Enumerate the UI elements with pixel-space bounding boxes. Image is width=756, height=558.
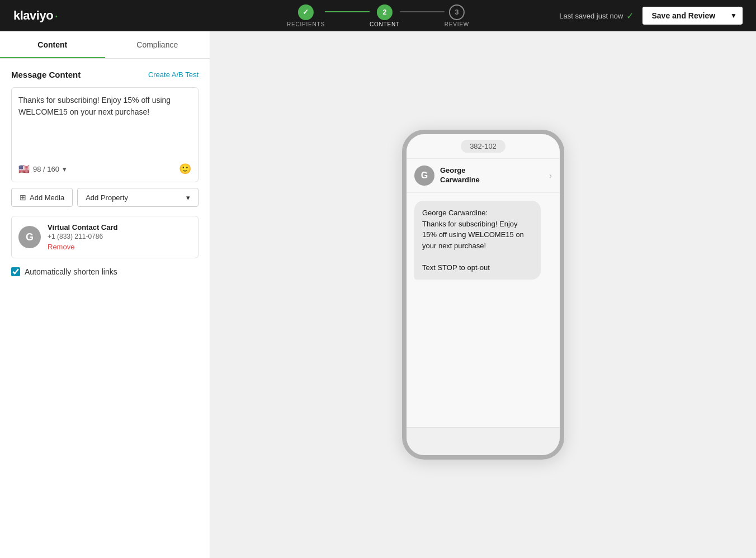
auto-shorten-label: Automatically shorten links [25,267,117,276]
phone-message-bubble: George Carwardine: Thanks for subscribin… [414,201,541,280]
contact-card-info: Virtual Contact Card +1 (833) 211-0786 R… [48,223,191,251]
step-recipients[interactable]: ✓ RECIPIENTS [287,4,325,27]
phone-top-bar: 382-102 [407,134,560,159]
left-panel: Content Compliance Message Content Creat… [0,31,210,558]
add-media-button[interactable]: ⊞ Add Media [11,188,73,207]
tab-compliance[interactable]: Compliance [105,31,210,58]
add-property-caret-icon: ▾ [186,193,190,202]
create-ab-link[interactable]: Create A/B Test [148,70,199,79]
add-media-label: Add Media [30,193,64,202]
stepper: ✓ RECIPIENTS 2 CONTENT 3 REVIEW [287,4,469,27]
logo: klaviyo· [13,7,59,25]
section-title: Message Content [11,70,81,79]
last-saved-label: Last saved just now [559,12,623,20]
main-layout: Content Compliance Message Content Creat… [0,31,756,558]
connector-1-2 [325,11,370,12]
phone-contact-name: George Carwardine [440,166,480,185]
save-review-label: Save and Review [642,7,724,25]
char-count: 🇺🇸 98 / 160 ▾ [18,164,67,174]
auto-shorten-row: Automatically shorten links [11,267,199,276]
contact-card-avatar: G [18,226,41,248]
contact-card: G Virtual Contact Card +1 (833) 211-0786… [11,216,199,258]
phone-contact-info: G George Carwardine [414,165,480,186]
char-count-value: 98 / 160 [33,165,59,173]
connector-2-3 [400,11,445,12]
action-buttons: ⊞ Add Media Add Property ▾ [11,188,199,207]
phone-bottom-bar [407,427,560,455]
logo-text: klaviyo [13,8,53,23]
step-1-circle: ✓ [298,4,314,20]
auto-shorten-checkbox[interactable] [11,267,20,276]
step-2-label: CONTENT [370,21,400,27]
right-panel: 382-102 G George Carwardine › George Car… [210,31,756,558]
step-1-label: RECIPIENTS [287,21,325,27]
save-review-button[interactable]: Save and Review ▼ [642,7,743,25]
emoji-icon[interactable]: 🙂 [179,163,191,175]
saved-check-icon: ✓ [626,11,634,21]
contact-card-phone: +1 (833) 211-0786 [48,233,191,240]
phone-chevron-icon: › [549,171,552,180]
step-3-circle: 3 [449,4,465,20]
media-icon: ⊞ [20,193,26,202]
last-saved-text: Last saved just now ✓ [559,11,634,21]
step-content[interactable]: 2 CONTENT [370,4,400,27]
message-textarea[interactable]: Thanks for subscribing! Enjoy 15% off us… [18,94,191,156]
phone-contact-row: G George Carwardine › [407,159,560,193]
step-review[interactable]: 3 REVIEW [445,4,469,27]
phone-avatar: G [414,165,434,186]
tab-bar: Content Compliance [0,31,210,59]
caret-down-icon[interactable]: ▼ [725,7,743,24]
add-property-label: Add Property [86,193,128,202]
tab-content[interactable]: Content [0,31,105,58]
message-box: Thanks for subscribing! Enjoy 15% off us… [11,87,199,182]
phone-message-name: George Carwardine: [422,209,488,217]
panel-content: Message Content Create A/B Test Thanks f… [0,59,210,558]
contact-card-name: Virtual Contact Card [48,223,191,231]
contact-card-remove[interactable]: Remove [48,243,191,251]
add-property-button[interactable]: Add Property ▾ [77,188,199,207]
phone-mockup: 382-102 G George Carwardine › George Car… [402,130,564,460]
step-2-circle: 2 [377,4,393,20]
phone-message-area: George Carwardine: Thanks for subscribin… [407,193,560,427]
message-footer: 🇺🇸 98 / 160 ▾ 🙂 [18,163,191,175]
phone-number: 382-102 [461,140,505,153]
step-3-label: REVIEW [445,21,469,27]
char-dropdown-button[interactable]: ▾ [63,165,67,173]
flag-icon: 🇺🇸 [18,164,30,174]
header-right: Last saved just now ✓ Save and Review ▼ [559,7,743,25]
app-header: klaviyo· ✓ RECIPIENTS 2 CONTENT 3 REVIEW… [0,0,756,31]
section-header: Message Content Create A/B Test [11,70,199,79]
